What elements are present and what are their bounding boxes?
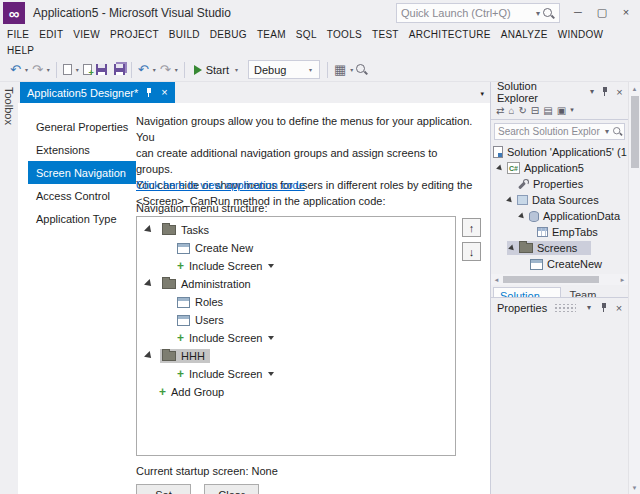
pin-button[interactable] xyxy=(600,85,611,99)
clear-button[interactable]: Clear xyxy=(204,484,259,494)
menu-project[interactable]: PROJECT xyxy=(105,29,164,40)
expanded-arrow-icon[interactable] xyxy=(144,351,154,361)
chevron-down-icon[interactable]: ▾ xyxy=(45,66,52,73)
tree-item-properties[interactable]: Properties xyxy=(491,176,628,192)
expanded-arrow-icon[interactable] xyxy=(144,225,154,235)
menu-view[interactable]: VIEW xyxy=(68,29,105,40)
solution-search-input[interactable] xyxy=(495,126,603,137)
solution-platforms-icon[interactable]: ▦ xyxy=(332,60,348,80)
solution-explorer-header[interactable]: Solution Explorer ▾ × xyxy=(491,82,628,101)
menu-test[interactable]: TEST xyxy=(367,29,404,40)
pin-button[interactable] xyxy=(598,301,610,315)
chevron-down-icon[interactable]: ▾ xyxy=(23,66,30,73)
menu-build[interactable]: BUILD xyxy=(164,29,205,40)
tree-item-solution[interactable]: Solution 'Application5' (1 pr xyxy=(491,144,628,160)
tree-item-applicationdata[interactable]: ApplicationData xyxy=(491,208,628,224)
close-button[interactable]: × xyxy=(614,2,638,22)
expanded-arrow-icon[interactable] xyxy=(518,212,526,220)
designer-nav-screen-navigation[interactable]: Screen Navigation xyxy=(28,161,136,184)
tree-item-emptabs[interactable]: EmpTabs xyxy=(491,224,628,240)
designer-nav-extensions[interactable]: Extensions xyxy=(28,138,136,161)
pin-icon[interactable] xyxy=(145,87,154,98)
tree-item-project-application5[interactable]: C# Application5 xyxy=(491,160,628,176)
menu-sql[interactable]: SQL xyxy=(291,29,322,40)
expanded-arrow-icon[interactable] xyxy=(506,196,514,204)
include-screen-button[interactable]: + Include Screen xyxy=(137,257,455,275)
close-icon[interactable]: × xyxy=(614,85,625,99)
nav-screen-roles[interactable]: Roles xyxy=(137,293,455,311)
chevron-down-icon[interactable]: ▾ xyxy=(173,66,180,73)
close-icon[interactable]: × xyxy=(161,87,167,98)
tree-item-screens[interactable]: Screens xyxy=(491,240,628,256)
sync-with-active-document-icon[interactable]: ⇄ xyxy=(496,105,504,116)
menu-help[interactable]: HELP xyxy=(2,45,39,56)
menu-tools[interactable]: TOOLS xyxy=(322,29,367,40)
view-application-code-link[interactable]: Click here to view application code xyxy=(136,179,305,191)
chevron-down-icon[interactable]: ▾ xyxy=(348,66,355,73)
nav-screen-create-new[interactable]: Create New xyxy=(137,239,455,257)
chevron-down-icon[interactable]: ▾ xyxy=(151,66,158,73)
save-icon[interactable] xyxy=(96,64,107,75)
window-position-chevron-icon[interactable]: ▾ xyxy=(587,85,598,99)
scrollbar-thumb[interactable] xyxy=(503,276,599,283)
nav-screen-users[interactable]: Users xyxy=(137,311,455,329)
maximize-button[interactable]: ▢ xyxy=(590,2,614,22)
solution-configuration-dropdown[interactable]: Debug ▾ xyxy=(248,60,320,79)
menu-edit[interactable]: EDIT xyxy=(34,29,68,40)
menu-window[interactable]: WINDOW xyxy=(553,29,609,40)
add-group-button[interactable]: + Add Group xyxy=(137,383,455,401)
nav-group-administration[interactable]: Administration xyxy=(137,275,455,293)
include-screen-button[interactable]: + Include Screen xyxy=(137,365,455,383)
scrollbar-track[interactable] xyxy=(502,275,617,284)
window-position-chevron-icon[interactable]: ▾ xyxy=(583,301,595,315)
preview-selected-items-icon[interactable]: ▣ xyxy=(557,105,566,116)
scrollbar-thumb[interactable] xyxy=(631,96,639,168)
menu-debug[interactable]: DEBUG xyxy=(205,29,252,40)
tree-item-data-sources[interactable]: Data Sources xyxy=(491,192,628,208)
include-screen-button[interactable]: + Include Screen xyxy=(137,329,455,347)
vertical-scrollbar[interactable]: ▲ ▼ xyxy=(628,82,640,494)
add-item-icon[interactable] xyxy=(83,64,92,75)
horizontal-scrollbar[interactable]: ◄ ► xyxy=(491,274,628,285)
expanded-arrow-icon[interactable] xyxy=(144,279,154,289)
tab-application5-designer[interactable]: Application5 Designer* × xyxy=(20,82,175,103)
solution-search-box[interactable]: ▾ xyxy=(494,123,625,140)
show-all-files-icon[interactable]: ▤ xyxy=(543,105,552,116)
scroll-up-icon[interactable]: ▲ xyxy=(629,83,640,94)
refresh-icon[interactable]: ↻ xyxy=(518,105,526,116)
nav-group-tasks[interactable]: Tasks xyxy=(137,221,455,239)
collapse-all-icon[interactable]: ⊟ xyxy=(531,105,539,116)
save-all-icon[interactable] xyxy=(114,64,125,75)
undo-icon[interactable]: ↶ xyxy=(136,60,151,80)
quick-launch-box[interactable]: ▾ xyxy=(396,3,560,23)
home-icon[interactable]: ⌂ xyxy=(508,105,514,116)
navigate-back-icon[interactable]: ↶ xyxy=(8,60,23,80)
designer-nav-general-properties[interactable]: General Properties xyxy=(28,115,136,138)
scroll-down-icon[interactable]: ▼ xyxy=(629,482,640,493)
new-item-icon[interactable] xyxy=(63,64,72,75)
designer-nav-access-control[interactable]: Access Control xyxy=(28,184,136,207)
menu-team[interactable]: TEAM xyxy=(252,29,291,40)
menu-analyze[interactable]: ANALYZE xyxy=(496,29,553,40)
scroll-right-icon[interactable]: ► xyxy=(617,277,628,283)
move-up-button[interactable]: ↑ xyxy=(462,218,481,237)
designer-nav-application-type[interactable]: Application Type xyxy=(28,207,136,230)
chevron-down-icon[interactable]: ▾ xyxy=(74,66,81,73)
expanded-arrow-icon[interactable] xyxy=(508,244,516,252)
properties-header[interactable]: Properties ▾ × xyxy=(491,298,628,317)
chevron-down-icon[interactable]: ▾ xyxy=(605,127,609,136)
nav-group-hhh[interactable]: HHH xyxy=(137,347,455,365)
tree-item-createnew[interactable]: CreateNew xyxy=(491,256,628,272)
document-list-chevron-icon[interactable]: ▾ xyxy=(480,90,484,98)
menu-file[interactable]: FILE xyxy=(2,29,34,40)
close-icon[interactable]: × xyxy=(613,301,625,315)
chevron-down-icon[interactable]: ▾ xyxy=(570,106,574,114)
set-button[interactable]: Set xyxy=(136,484,191,494)
expanded-arrow-icon[interactable] xyxy=(496,164,504,172)
scroll-left-icon[interactable]: ◄ xyxy=(491,277,502,283)
move-down-button[interactable]: ↓ xyxy=(462,242,481,261)
toolbox-tab[interactable]: Toolbox xyxy=(3,87,15,125)
chevron-down-icon[interactable]: ▾ xyxy=(536,9,540,18)
menu-architecture[interactable]: ARCHITECTURE xyxy=(404,29,496,40)
start-debug-button[interactable]: Start ▾ xyxy=(189,60,245,80)
